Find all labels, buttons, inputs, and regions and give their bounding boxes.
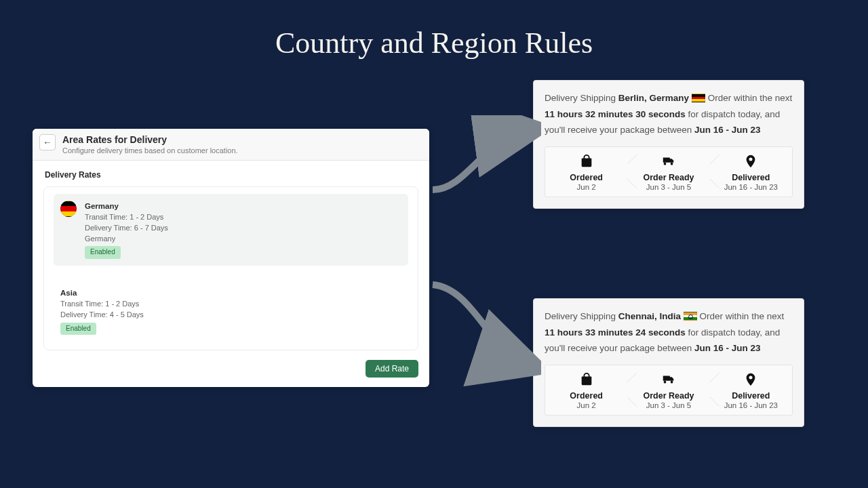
back-button[interactable]: ← — [39, 134, 56, 150]
step-delivered: Delivered Jun 16 - Jun 23 — [710, 147, 792, 197]
estimate-prefix: Delivery Shipping — [545, 311, 618, 321]
estimate-mid: Order within the next — [708, 93, 793, 103]
step-title: Order Ready — [630, 173, 707, 182]
progress-steps: Ordered Jun 2 Order Ready Jun 3 - Jun 5 … — [545, 146, 793, 197]
rate-transit: Transit Time: 1 - 2 Days — [60, 299, 144, 310]
step-title: Delivered — [713, 391, 789, 401]
rate-body: Germany Transit Time: 1 - 2 Days Deliver… — [85, 201, 168, 259]
step-date: Jun 2 — [548, 401, 625, 409]
estimate-countdown: 11 hours 32 minutes 30 seconds — [545, 109, 686, 119]
arrow-left-icon: ← — [43, 137, 52, 148]
panel-subheading: Configure delivery times based on custom… — [62, 146, 238, 155]
rate-card-germany[interactable]: Germany Transit Time: 1 - 2 Days Deliver… — [54, 194, 408, 266]
estimate-location: Chennai, India — [618, 311, 681, 321]
step-date: Jun 16 - Jun 23 — [713, 401, 789, 409]
rate-transit: Transit Time: 1 - 2 Days — [85, 212, 168, 223]
step-ordered: Ordered Jun 2 — [545, 147, 627, 197]
rate-name: Germany — [85, 201, 168, 212]
truck-icon — [661, 159, 676, 171]
bag-check-icon — [579, 378, 594, 389]
location-pin-icon — [743, 159, 758, 171]
add-rate-button[interactable]: Add Rate — [366, 360, 418, 378]
step-title: Ordered — [548, 173, 625, 182]
truck-icon — [661, 378, 676, 389]
admin-panel: ← Area Rates for Delivery Configure deli… — [33, 129, 429, 387]
estimate-card-germany: Delivery Shipping Berlin, Germany Order … — [533, 80, 804, 209]
rate-card-asia[interactable]: Asia Transit Time: 1 - 2 Days Delivery T… — [54, 281, 408, 342]
estimate-text: Delivery Shipping Chennai, India Order w… — [545, 308, 793, 357]
arrow-connector-icon — [426, 115, 541, 197]
rate-delivery: Delivery Time: 6 - 7 Days — [85, 223, 168, 234]
enabled-badge: Enabled — [85, 246, 121, 259]
progress-steps: Ordered Jun 2 Order Ready Jun 3 - Jun 5 … — [545, 365, 793, 415]
estimate-card-india: Delivery Shipping Chennai, India Order w… — [533, 298, 804, 427]
estimate-prefix: Delivery Shipping — [545, 93, 618, 103]
panel-heading: Area Rates for Delivery — [62, 134, 238, 145]
step-date: Jun 16 - Jun 23 — [713, 183, 789, 191]
estimate-location: Berlin, Germany — [618, 93, 689, 103]
flag-germany-icon — [60, 201, 77, 217]
rate-name: Asia — [60, 287, 144, 299]
estimate-mid: Order within the next — [700, 311, 785, 321]
step-date: Jun 3 - Jun 5 — [630, 183, 707, 191]
rate-list: Germany Transit Time: 1 - 2 Days Deliver… — [43, 186, 418, 350]
section-title: Delivery Rates — [39, 167, 422, 184]
estimate-range: Jun 16 - Jun 23 — [694, 343, 761, 353]
estimate-range: Jun 16 - Jun 23 — [694, 125, 761, 135]
panel-header: ← Area Rates for Delivery Configure deli… — [33, 129, 429, 161]
bag-check-icon — [579, 159, 594, 171]
location-pin-icon — [743, 378, 758, 389]
estimate-text: Delivery Shipping Berlin, Germany Order … — [545, 90, 793, 138]
step-order-ready: Order Ready Jun 3 - Jun 5 — [627, 147, 709, 197]
step-delivered: Delivered Jun 16 - Jun 23 — [710, 365, 792, 415]
step-date: Jun 2 — [548, 183, 625, 191]
arrow-connector-icon — [426, 271, 541, 386]
step-date: Jun 3 - Jun 5 — [630, 401, 707, 409]
rate-body: Asia Transit Time: 1 - 2 Days Delivery T… — [60, 287, 144, 335]
step-title: Ordered — [548, 391, 625, 401]
step-title: Order Ready — [630, 391, 707, 401]
flag-india-icon — [684, 312, 697, 321]
estimate-countdown: 11 hours 33 minutes 24 seconds — [545, 327, 686, 338]
page-title: Country and Region Rules — [0, 26, 868, 60]
enabled-badge: Enabled — [60, 323, 96, 336]
flag-germany-icon — [692, 94, 705, 102]
rate-delivery: Delivery Time: 4 - 5 Days — [60, 310, 144, 321]
step-title: Delivered — [713, 173, 789, 182]
step-ordered: Ordered Jun 2 — [545, 365, 627, 415]
header-text: Area Rates for Delivery Configure delive… — [62, 134, 238, 155]
step-order-ready: Order Ready Jun 3 - Jun 5 — [627, 365, 709, 415]
rate-region: Germany — [85, 234, 168, 245]
